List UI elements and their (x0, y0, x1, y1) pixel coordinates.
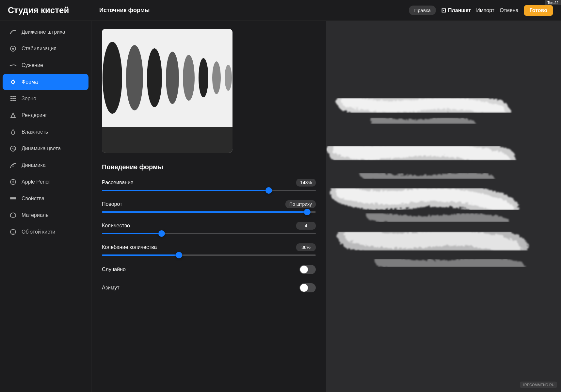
wetmix-icon (9, 128, 17, 136)
toggle-random-row: Случайно (102, 265, 316, 274)
oval-5 (183, 55, 195, 101)
azimuth-label: Азимут (102, 285, 119, 291)
header-section-title: Источник формы (99, 7, 409, 14)
sidebar-item-properties[interactable]: Свойства (3, 190, 88, 207)
sidebar-item-shape[interactable]: Форма (3, 74, 88, 90)
random-toggle[interactable] (299, 265, 316, 274)
sidebar-item-materials[interactable]: Материалы (3, 207, 88, 223)
app-title: Студия кистей (8, 5, 99, 15)
svg-rect-8 (10, 98, 12, 99)
svg-rect-9 (12, 98, 14, 99)
sidebar-label-wetmix: Влажность (22, 129, 48, 135)
grain-icon (9, 95, 17, 103)
rotation-fill (102, 211, 307, 213)
slider-count-jitter: Колебание количества 36% (102, 243, 316, 256)
applepencil-icon (9, 178, 17, 186)
stroke-icon (9, 28, 17, 36)
edit-button[interactable]: Правка (409, 6, 436, 15)
svg-text:i: i (12, 230, 14, 235)
taper-icon (9, 61, 17, 69)
main-layout: Движение штриха Стабилизация Сужение (0, 21, 561, 392)
sidebar-item-colordynamics[interactable]: Динамика цвета (3, 140, 88, 157)
user-badge: Toro22 (545, 0, 561, 5)
tablet-icon: ⊡ (441, 7, 446, 14)
scatter-value: 143% (296, 179, 316, 187)
sidebar-item-wetmix[interactable]: Влажность (3, 124, 88, 140)
content-area: Поведение формы Рассеивание 143% Поворот… (91, 21, 561, 392)
svg-rect-10 (14, 98, 16, 99)
count-jitter-label: Колебание количества (102, 244, 157, 250)
sidebar-item-taper[interactable]: Сужение (3, 57, 88, 74)
sidebar-label-about: Об этой кисти (22, 229, 56, 235)
sidebar-label-materials: Материалы (22, 212, 50, 218)
oval-2 (126, 45, 143, 110)
sidebar-item-rendering[interactable]: Рендеринг (3, 107, 88, 123)
svg-rect-11 (10, 100, 12, 101)
import-button[interactable]: Импорт (476, 8, 494, 13)
sidebar-label-stroke: Движение штриха (22, 29, 65, 35)
sidebar-label-properties: Свойства (22, 196, 44, 202)
count-jitter-track[interactable] (102, 254, 316, 256)
svg-marker-14 (11, 113, 15, 118)
sidebar-item-stroke[interactable]: Движение штриха (3, 24, 88, 40)
sidebar-label-rendering: Рендеринг (22, 112, 47, 118)
dynamics-icon (9, 161, 17, 169)
count-track[interactable] (102, 233, 316, 234)
shape-preview-inner (102, 29, 232, 127)
random-toggle-knob (300, 266, 308, 273)
count-thumb[interactable] (158, 230, 165, 237)
sidebar-item-about[interactable]: i Об этой кисти (3, 224, 88, 240)
oval-1 (103, 42, 122, 114)
tablet-label: Планшет (448, 8, 471, 13)
shape-preview-box (102, 29, 232, 153)
scatter-label: Рассеивание (102, 180, 134, 186)
svg-rect-7 (14, 96, 16, 97)
tablet-button[interactable]: ⊡ Планшет (441, 7, 471, 14)
svg-rect-6 (12, 96, 14, 97)
sidebar-label-grain: Зерно (22, 96, 36, 102)
sidebar-item-dynamics[interactable]: Динамика (3, 157, 88, 173)
rotation-track[interactable] (102, 211, 316, 213)
done-button[interactable]: Готово (524, 5, 553, 16)
sidebar-item-grain[interactable]: Зерно (3, 90, 88, 107)
toggle-azimuth-row: Азимут (102, 283, 316, 292)
sidebar: Движение штриха Стабилизация Сужение (0, 21, 91, 392)
recommend-badge: 1RECOMMEND.RU (520, 382, 557, 388)
scatter-track[interactable] (102, 190, 316, 191)
count-fill (102, 233, 162, 234)
sidebar-label-stabilization: Стабилизация (22, 46, 56, 52)
shape-behavior-title: Поведение формы (102, 163, 316, 171)
count-jitter-thumb[interactable] (176, 252, 182, 258)
count-jitter-value: 36% (296, 243, 316, 251)
stabilization-icon (9, 45, 17, 53)
rotation-thumb[interactable] (304, 209, 311, 215)
materials-icon (9, 211, 17, 219)
shape-icon (9, 78, 17, 86)
oval-6 (199, 58, 208, 97)
svg-rect-5 (10, 96, 12, 97)
svg-point-19 (12, 181, 14, 183)
sidebar-label-colordynamics: Динамика цвета (22, 146, 61, 152)
slider-rotation: Поворот По штриху (102, 200, 316, 213)
oval-4 (166, 52, 179, 104)
about-icon: i (9, 228, 17, 236)
brush-strokes-canvas (327, 21, 561, 392)
sidebar-item-applepencil[interactable]: Apple Pencil (3, 174, 88, 190)
rotation-value: По штриху (285, 200, 316, 208)
count-value: 4 (296, 222, 316, 230)
center-panel: Поведение формы Рассеивание 143% Поворот… (91, 21, 327, 392)
preview-panel: 1RECOMMEND.RU (327, 21, 561, 392)
oval-3 (147, 48, 162, 107)
header-actions: Правка ⊡ Планшет Импорт Отмена Готово (409, 5, 553, 16)
svg-rect-12 (12, 100, 14, 101)
colordynamics-icon (9, 145, 17, 153)
properties-icon (9, 195, 17, 203)
count-jitter-fill (102, 254, 179, 256)
scatter-thumb[interactable] (265, 187, 272, 194)
count-label: Количество (102, 223, 130, 229)
sidebar-label-dynamics: Динамика (22, 162, 46, 168)
random-label: Случайно (102, 267, 126, 272)
cancel-button[interactable]: Отмена (500, 8, 518, 13)
sidebar-item-stabilization[interactable]: Стабилизация (3, 41, 88, 57)
azimuth-toggle[interactable] (299, 283, 316, 292)
